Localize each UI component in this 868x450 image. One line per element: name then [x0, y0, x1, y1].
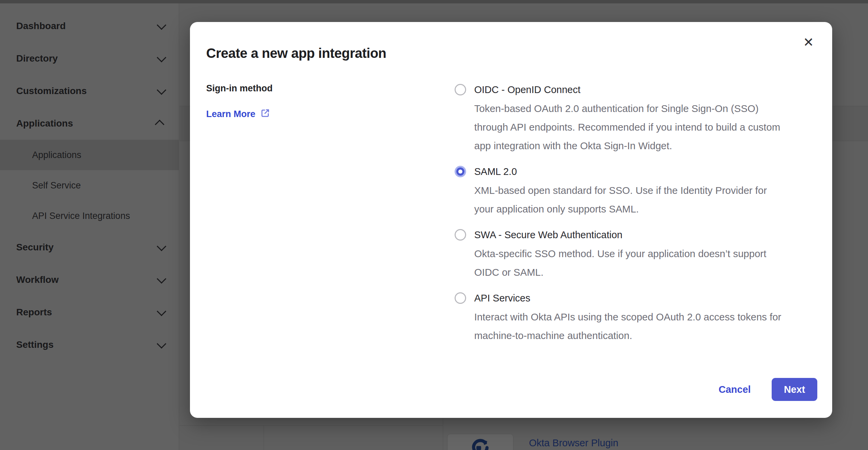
option-description: XML-based open standard for SSO. Use if … [474, 181, 767, 218]
radio-swa[interactable] [455, 229, 466, 241]
close-icon[interactable]: ✕ [798, 32, 819, 52]
learn-more-link[interactable]: Learn More [206, 108, 270, 120]
learn-more-label: Learn More [206, 109, 256, 119]
option-description: Token-based OAuth 2.0 authentication for… [474, 99, 780, 155]
radio-api-services[interactable] [455, 292, 466, 304]
cancel-button[interactable]: Cancel [719, 384, 751, 395]
option-description: Interact with Okta APIs using the scoped… [474, 308, 781, 345]
external-link-icon [260, 108, 270, 120]
option-label: SWA - Secure Web Authentication [474, 226, 766, 244]
sign-in-method-options: OIDC - OpenID Connect Token-based OAuth … [455, 81, 816, 345]
option-oidc[interactable]: OIDC - OpenID Connect Token-based OAuth … [455, 81, 816, 155]
radio-oidc[interactable] [455, 84, 466, 95]
modal-title: Create a new app integration [206, 46, 816, 61]
create-app-integration-modal: ✕ Create a new app integration Sign-in m… [190, 22, 832, 418]
option-label: API Services [474, 289, 781, 308]
next-button[interactable]: Next [772, 378, 817, 401]
option-label: SAML 2.0 [474, 162, 767, 181]
option-swa[interactable]: SWA - Secure Web Authentication Okta-spe… [455, 226, 816, 282]
option-api-services[interactable]: API Services Interact with Okta APIs usi… [455, 289, 816, 345]
radio-saml-selected[interactable] [455, 166, 466, 177]
sign-in-method-label: Sign-in method [206, 83, 455, 94]
option-description: Okta-specific SSO method. Use if your ap… [474, 244, 766, 282]
option-saml[interactable]: SAML 2.0 XML-based open standard for SSO… [455, 162, 816, 218]
option-label: OIDC - OpenID Connect [474, 81, 780, 99]
